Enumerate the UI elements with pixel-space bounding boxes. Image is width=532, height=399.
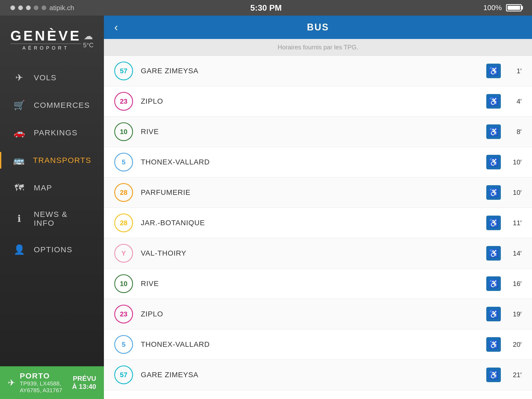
signal-dot-5 [42, 5, 46, 10]
bus-badge: 5 [114, 335, 133, 354]
bus-list-item[interactable]: 57 GARE ZIMEYSA ♿ 1′ [104, 56, 532, 86]
bus-number: 5 [122, 158, 125, 166]
flight-info-left: ✈ PORTO TP939, LX4588, AY6785, A31767 [8, 371, 66, 394]
bus-list-item[interactable]: 23 ZIPLO ♿ 19′ [104, 299, 532, 329]
bus-badge: 28 [114, 214, 133, 232]
carrier-label: atipik.ch [49, 4, 74, 12]
bus-time: 10′ [506, 158, 522, 166]
transports-label: TRANSPORTS [33, 156, 91, 165]
sidebar-item-options[interactable]: 👤 OPTIONS [0, 236, 104, 263]
bus-destination: ZIPLO [141, 310, 486, 318]
sidebar-item-vols[interactable]: ✈ VOLS [0, 64, 104, 91]
flight-codes: TP939, LX4588, AY6785, A31767 [20, 380, 66, 394]
bus-destination: GARE ZIMEYSA [141, 371, 486, 379]
news-label: NEWS & INFO [34, 210, 91, 228]
wheelchair-icon: ♿ [486, 276, 501, 291]
wheelchair-symbol: ♿ [489, 66, 498, 76]
bus-icon: 🚌 [13, 155, 25, 166]
wheelchair-icon: ♿ [486, 246, 501, 261]
bus-list[interactable]: 57 GARE ZIMEYSA ♿ 1′ 23 ZIPLO ♿ 4′ 10 RI… [104, 56, 532, 399]
sidebar-nav: ✈ VOLS 🛒 COMMERCES 🚗 PARKINGS 🚌 TRANSPOR… [0, 59, 104, 366]
time-display: 5:30 PM [250, 3, 282, 13]
wheelchair-symbol: ♿ [489, 249, 498, 258]
bus-destination: RIVE [141, 128, 486, 136]
wheelchair-symbol: ♿ [489, 188, 498, 197]
bus-list-item[interactable]: Y VAL-THOIRY ♿ 14′ [104, 238, 532, 269]
commerces-label: COMMERCES [34, 101, 90, 110]
bus-destination: ZIPLO [141, 97, 486, 105]
status-bar: atipik.ch 5:30 PM 100% [0, 0, 532, 16]
plane-icon: ✈ [13, 72, 26, 83]
wheelchair-symbol: ♿ [489, 279, 498, 288]
person-icon: 👤 [13, 244, 26, 255]
subtitle-bar: Horaires fournis par les TPG. [104, 39, 532, 56]
bus-list-item[interactable]: 28 PARFUMERIE ♿ 10′ [104, 177, 532, 208]
flight-banner: ✈ PORTO TP939, LX4588, AY6785, A31767 PR… [0, 366, 104, 399]
battery-icon [506, 4, 522, 11]
signal-dot-2 [18, 5, 23, 10]
wheelchair-icon: ♿ [486, 216, 501, 230]
status-bar-left: atipik.ch [10, 4, 74, 12]
wheelchair-icon: ♿ [486, 307, 501, 321]
bus-list-item[interactable]: 23 ZIPLO ♿ 4′ [104, 86, 532, 117]
bus-time: 10′ [506, 189, 522, 197]
parkings-label: PARKINGS [34, 128, 78, 137]
bus-list-item[interactable]: 28 JAR.-BOTANIQUE ♿ 11′ [104, 208, 532, 238]
sidebar-item-transports[interactable]: 🚌 TRANSPORTS [0, 147, 104, 174]
weather-cloud-icon: ☁ [84, 31, 93, 42]
sidebar-item-commerces[interactable]: 🛒 COMMERCES [0, 91, 104, 119]
sidebar-item-news[interactable]: ℹ NEWS & INFO [0, 202, 104, 236]
weather-widget: ☁ 5°C [83, 31, 94, 49]
bus-number: 5 [122, 341, 125, 349]
flight-plane-icon: ✈ [8, 377, 15, 388]
back-button[interactable]: ‹ [114, 21, 118, 34]
sidebar-item-parkings[interactable]: 🚗 PARKINGS [0, 119, 104, 147]
wheelchair-icon: ♿ [486, 185, 501, 200]
bus-badge: Y [114, 244, 133, 263]
weather-temp: 5°C [83, 42, 94, 49]
main-layout: GENÈVE AÉROPORT ☁ 5°C ✈ VOLS 🛒 COMMERCES… [0, 16, 532, 399]
signal-dot-3 [26, 5, 31, 10]
bus-list-item[interactable]: 57 GARE ZIMEYSA ♿ 21′ [104, 360, 532, 390]
wheelchair-icon: ♿ [486, 94, 501, 109]
bus-badge: 10 [114, 122, 133, 141]
sidebar-item-map[interactable]: 🗺 MAP [0, 174, 104, 202]
map-label: MAP [34, 183, 52, 192]
bus-destination: VAL-THOIRY [141, 249, 486, 257]
bus-list-item[interactable]: 5 THONEX-VALLARD ♿ 20′ [104, 329, 532, 360]
bus-number: 28 [120, 189, 128, 197]
bus-destination: RIVE [141, 280, 486, 288]
signal-dot-4 [34, 5, 38, 10]
bus-time: 16′ [506, 280, 522, 288]
bus-time: 1′ [506, 67, 522, 75]
bus-destination: THONEX-VALLARD [141, 340, 486, 349]
wheelchair-symbol: ♿ [489, 158, 498, 167]
bus-badge: 57 [114, 365, 133, 384]
map-icon: 🗺 [13, 182, 26, 193]
bus-time: 4′ [506, 97, 522, 105]
battery-percentage: 100% [483, 4, 502, 12]
options-label: OPTIONS [34, 245, 72, 254]
bus-number: 23 [120, 310, 128, 318]
logo-aeroport: AÉROPORT [22, 45, 69, 51]
logo-geneve: GENÈVE [10, 29, 81, 43]
flight-scheduled-time: PRÉVU À 13:40 [66, 375, 96, 391]
wheelchair-symbol: ♿ [489, 370, 498, 380]
flight-destination: PORTO [20, 371, 66, 380]
panel-header: ‹ BUS [104, 16, 532, 39]
car-icon: 🚗 [13, 127, 26, 138]
vols-label: VOLS [34, 73, 57, 82]
bus-badge: 5 [114, 153, 133, 171]
bus-list-item[interactable]: 5 THONEX-VALLARD ♿ 10′ [104, 147, 532, 177]
bus-list-item[interactable]: 10 RIVE ♿ 8′ [104, 117, 532, 147]
bus-number: 28 [120, 219, 128, 227]
bus-time: 21′ [506, 371, 522, 379]
wheelchair-symbol: ♿ [489, 97, 498, 106]
bus-destination: JAR.-BOTANIQUE [141, 219, 486, 227]
bus-list-item[interactable]: 10 RIVE ♿ 16′ [104, 269, 532, 299]
logo-text: GENÈVE AÉROPORT [10, 29, 81, 51]
info-icon: ℹ [13, 213, 26, 224]
bus-number: 23 [120, 97, 128, 105]
wheelchair-symbol: ♿ [489, 340, 498, 349]
wheelchair-symbol: ♿ [489, 310, 498, 319]
